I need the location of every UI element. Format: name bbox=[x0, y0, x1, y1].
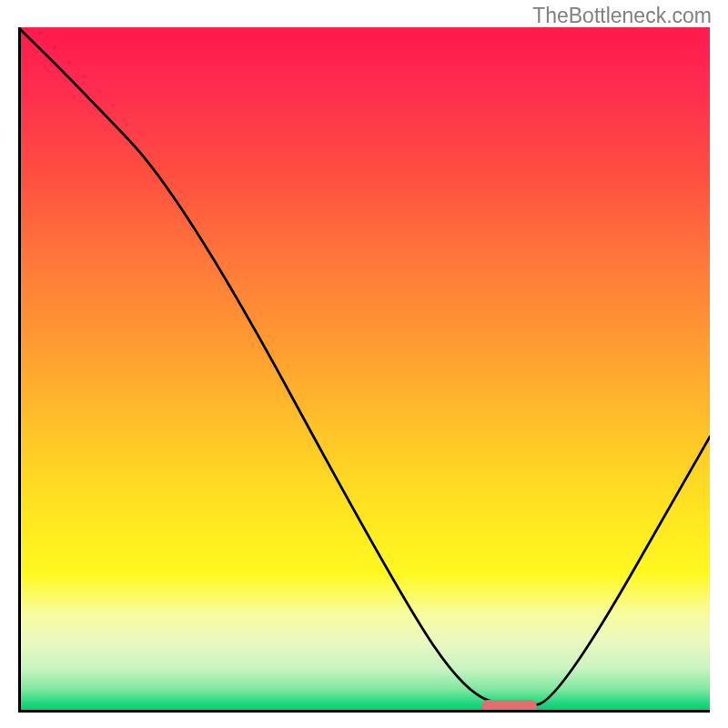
watermark-text: TheBottleneck.com bbox=[532, 4, 712, 28]
x-axis-line bbox=[18, 710, 710, 713]
bottleneck-curve bbox=[18, 27, 710, 710]
plot-area bbox=[18, 27, 710, 710]
y-axis-line bbox=[18, 27, 21, 710]
chart-container: TheBottleneck.com bbox=[0, 0, 728, 728]
